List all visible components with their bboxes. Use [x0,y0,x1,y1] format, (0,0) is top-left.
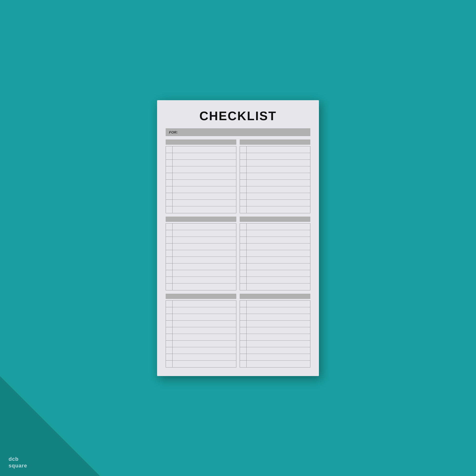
list-item[interactable] [247,206,310,213]
checkbox[interactable] [240,284,246,290]
checkbox[interactable] [166,301,172,307]
checkbox[interactable] [240,206,246,213]
list-item[interactable] [172,180,236,186]
list-item[interactable] [247,230,310,237]
checkbox[interactable] [166,243,172,250]
list-item[interactable] [172,347,236,354]
list-item[interactable] [247,354,310,360]
list-item[interactable] [247,153,310,160]
checkbox[interactable] [240,277,246,284]
list-item[interactable] [172,200,236,206]
checkbox[interactable] [240,340,246,347]
checkbox[interactable] [240,243,246,250]
checkbox[interactable] [166,314,172,321]
list-item[interactable] [247,160,310,166]
checkbox[interactable] [166,200,172,206]
checkbox[interactable] [166,166,172,173]
list-item[interactable] [247,200,310,206]
list-item[interactable] [247,340,310,347]
checkbox[interactable] [166,321,172,327]
checkbox[interactable] [240,301,246,307]
checkbox[interactable] [166,206,172,213]
list-item[interactable] [172,340,236,347]
list-item[interactable] [247,146,310,153]
list-item[interactable] [247,327,310,334]
list-item[interactable] [172,193,236,200]
checkbox[interactable] [240,257,246,263]
checkbox[interactable] [166,173,172,180]
list-item[interactable] [247,237,310,243]
list-item[interactable] [172,284,236,290]
list-item[interactable] [247,166,310,173]
list-item[interactable] [172,257,236,263]
checkbox[interactable] [166,146,172,153]
list-item[interactable] [172,206,236,213]
checkbox[interactable] [166,193,172,200]
list-item[interactable] [247,173,310,180]
checkbox[interactable] [240,250,246,257]
checkbox[interactable] [240,166,246,173]
list-item[interactable] [172,277,236,284]
list-item[interactable] [247,314,310,321]
list-item[interactable] [247,270,310,277]
list-item[interactable] [247,263,310,270]
list-item[interactable] [172,301,236,307]
checkbox[interactable] [240,321,246,327]
checkbox[interactable] [240,160,246,166]
checkbox[interactable] [240,327,246,334]
checkbox[interactable] [240,360,246,367]
list-item[interactable] [247,257,310,263]
checkbox[interactable] [166,307,172,314]
checkbox[interactable] [240,270,246,277]
checkbox[interactable] [166,354,172,360]
checkbox[interactable] [240,263,246,270]
checkbox[interactable] [240,180,246,186]
list-item[interactable] [172,173,236,180]
checkbox[interactable] [240,334,246,340]
list-item[interactable] [172,321,236,327]
list-item[interactable] [172,270,236,277]
list-item[interactable] [172,263,236,270]
checkbox[interactable] [240,186,246,193]
checkbox[interactable] [240,354,246,360]
checkbox[interactable] [166,180,172,186]
checkbox[interactable] [240,314,246,321]
checkbox[interactable] [166,270,172,277]
list-item[interactable] [172,237,236,243]
list-item[interactable] [172,354,236,360]
checkbox[interactable] [166,284,172,290]
list-item[interactable] [247,250,310,257]
list-item[interactable] [172,223,236,230]
checkbox[interactable] [166,186,172,193]
checkbox[interactable] [166,277,172,284]
list-item[interactable] [247,301,310,307]
checkbox[interactable] [166,347,172,354]
list-item[interactable] [247,193,310,200]
list-item[interactable] [247,223,310,230]
checkbox[interactable] [166,237,172,243]
list-item[interactable] [172,153,236,160]
list-item[interactable] [247,277,310,284]
checkbox[interactable] [166,250,172,257]
list-item[interactable] [172,243,236,250]
list-item[interactable] [172,250,236,257]
checkbox[interactable] [166,334,172,340]
checkbox[interactable] [166,153,172,160]
list-item[interactable] [247,360,310,367]
list-item[interactable] [172,307,236,314]
checkbox[interactable] [240,153,246,160]
list-item[interactable] [172,334,236,340]
checkbox[interactable] [166,327,172,334]
checkbox[interactable] [166,230,172,237]
checkbox[interactable] [240,307,246,314]
list-item[interactable] [247,180,310,186]
list-item[interactable] [247,347,310,354]
list-item[interactable] [172,327,236,334]
checkbox[interactable] [166,223,172,230]
list-item[interactable] [247,334,310,340]
list-item[interactable] [172,146,236,153]
checkbox[interactable] [240,193,246,200]
list-item[interactable] [247,284,310,290]
checkbox[interactable] [240,200,246,206]
checkbox[interactable] [240,230,246,237]
